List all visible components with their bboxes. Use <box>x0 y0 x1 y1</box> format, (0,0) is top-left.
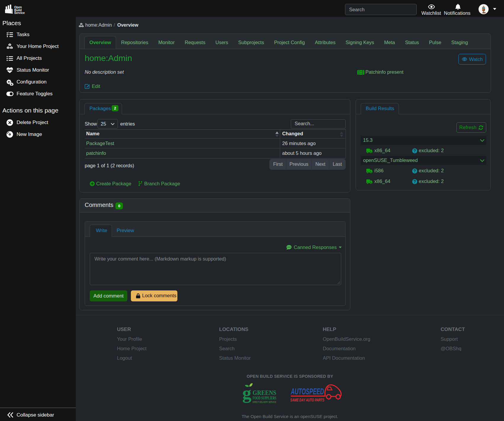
svg-text:FOOD SUPPLIERS: FOOD SUPPLIERS <box>253 396 276 400</box>
svg-text:GREENS: GREENS <box>253 389 276 396</box>
svg-text:DIRECT DELIVERY SERVICE: DIRECT DELIVERY SERVICE <box>253 401 276 404</box>
svg-text:AUTOSPEED: AUTOSPEED <box>290 386 324 396</box>
svg-text:SAME DAY AUTO PARTS: SAME DAY AUTO PARTS <box>290 397 324 402</box>
